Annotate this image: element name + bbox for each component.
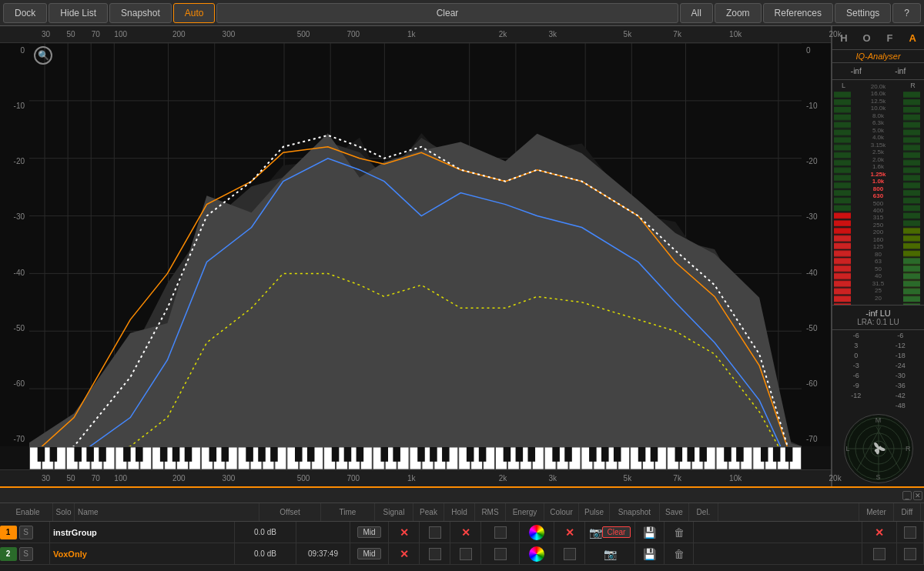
track2-pulse-checkbox[interactable] bbox=[564, 548, 576, 560]
vs-label-l: L bbox=[846, 445, 850, 452]
track1-time bbox=[296, 522, 350, 543]
zoom-icon[interactable]: 🔍 bbox=[34, 46, 52, 65]
track2-time: 09:37:49 bbox=[296, 543, 350, 564]
db-axis-right: 0 -10 -20 -30 -40 -50 -60 -70 bbox=[802, 43, 831, 446]
db-label-r-30: -30 bbox=[803, 212, 829, 221]
col-meter: Meter bbox=[859, 503, 894, 521]
hofa-f[interactable]: F bbox=[881, 29, 898, 46]
track2-meter-checkbox[interactable] bbox=[873, 548, 886, 560]
track1-offset: 0.0 dB bbox=[235, 522, 296, 543]
track2-del-icon[interactable]: 🗑 bbox=[674, 548, 685, 560]
col-enable: Enable bbox=[3, 503, 53, 521]
track1-enable-button[interactable]: 1 bbox=[0, 526, 17, 539]
track2-rms-checkbox[interactable] bbox=[460, 548, 472, 560]
col-pulse: Pulse bbox=[579, 503, 610, 521]
track1-rms: ✕ bbox=[450, 522, 481, 543]
track2-diff-checkbox[interactable] bbox=[904, 548, 916, 560]
track2-hold-checkbox[interactable] bbox=[429, 548, 441, 560]
vectorscope: M S L R bbox=[844, 414, 913, 483]
snapshot-button[interactable]: Snapshot bbox=[109, 3, 172, 23]
track1-enable-area: 1 S bbox=[0, 526, 50, 539]
track1-energy-checkbox[interactable] bbox=[494, 526, 507, 539]
track2-colour bbox=[520, 543, 554, 564]
track2-pulse bbox=[554, 543, 585, 564]
clear-button[interactable]: Clear bbox=[216, 3, 678, 23]
r-meter-scale: R bbox=[902, 82, 922, 303]
db-axis-left: 0 -10 -20 -30 -40 -50 -60 -70 bbox=[0, 43, 29, 446]
track1-clear-button[interactable]: Clear bbox=[602, 526, 631, 538]
db-label-r-50: -50 bbox=[803, 324, 829, 332]
track2-camera-icon[interactable]: 📷 bbox=[604, 548, 617, 560]
track2-save-icon[interactable]: 💾 bbox=[643, 548, 656, 560]
close-tracks-icon[interactable]: ✕ bbox=[913, 491, 922, 500]
freq-axis-top: 30 50 70 100 200 300 500 700 1k 2k 3k 5k… bbox=[0, 26, 831, 43]
col-solo: Solo bbox=[53, 503, 75, 521]
hofa-label: H O F A bbox=[832, 26, 924, 50]
settings-button[interactable]: Settings bbox=[835, 3, 891, 23]
track2-name: VoxOnly bbox=[53, 549, 87, 559]
spectrum-canvas bbox=[29, 43, 802, 446]
col-time: Time bbox=[321, 503, 375, 521]
track1-del-icon[interactable]: 🗑 bbox=[674, 526, 685, 539]
top-navigation: Dock Hide List Snapshot Auto Clear All Z… bbox=[0, 0, 924, 26]
track1-rms-x[interactable]: ✕ bbox=[459, 526, 473, 539]
db-label-r-20: -20 bbox=[803, 157, 829, 165]
vs-label-m: M bbox=[875, 416, 882, 424]
freq-axis-bottom: 30 50 70 100 200 300 500 700 1k 2k 3k 5k… bbox=[0, 469, 831, 486]
auto-button[interactable]: Auto bbox=[173, 3, 216, 23]
track1-peak-x[interactable]: ✕ bbox=[397, 526, 411, 539]
right-panel: H O F A IQ-Analyser -inf -inf L 20.0k16.… bbox=[832, 26, 924, 486]
track1-signal-badge[interactable]: Mid bbox=[357, 526, 380, 538]
col-diff: Diff bbox=[894, 503, 921, 521]
track-row-1: 1 S instrGroup 0.0 dB Mid ✕ ✕ bbox=[0, 522, 924, 543]
track1-colour bbox=[520, 522, 554, 543]
track2-energy-checkbox[interactable] bbox=[494, 548, 507, 560]
all-button[interactable]: All bbox=[680, 3, 713, 23]
loudness-section: -inf LU LRA: 0.1 LU bbox=[832, 305, 924, 329]
track2-enable-area: 2 S bbox=[0, 547, 50, 561]
track2-peak-x[interactable]: ✕ bbox=[397, 547, 411, 561]
track1-meter-x[interactable]: ✕ bbox=[872, 526, 886, 539]
piano-canvas bbox=[29, 447, 802, 469]
minimize-icon[interactable]: _ bbox=[902, 491, 912, 500]
col-name: Name bbox=[75, 503, 259, 521]
hofa-a[interactable]: A bbox=[904, 29, 921, 46]
track2-signal-badge[interactable]: Mid bbox=[357, 548, 380, 559]
help-button[interactable]: ? bbox=[892, 3, 921, 23]
iq-analyser-logo: IQ-Analyser bbox=[832, 50, 924, 63]
spectrum-container: 0 -10 -20 -30 -40 -50 -60 -70 🔍 0 -10 -2… bbox=[0, 43, 831, 446]
zoom-button[interactable]: Zoom bbox=[715, 3, 762, 23]
db-label-r-60: -60 bbox=[803, 379, 829, 388]
track2-signal: Mid bbox=[350, 543, 389, 564]
l-meter-scale: L bbox=[834, 82, 854, 303]
track2-colour-wheel[interactable] bbox=[529, 546, 544, 562]
db-label-70: -70 bbox=[2, 435, 28, 443]
references-button[interactable]: References bbox=[763, 3, 833, 23]
track1-camera-icon[interactable]: 📷 bbox=[589, 526, 602, 539]
track1-hold-checkbox[interactable] bbox=[429, 526, 441, 539]
track2-peak: ✕ bbox=[389, 543, 420, 564]
hofa-o[interactable]: O bbox=[859, 29, 875, 46]
db-label-r-70: -70 bbox=[803, 435, 829, 443]
l-reading: -inf bbox=[851, 66, 862, 76]
track1-save-icon[interactable]: 💾 bbox=[643, 526, 656, 539]
track1-spacer bbox=[694, 522, 862, 543]
col-spacer bbox=[718, 503, 859, 521]
track2-del: 🗑 bbox=[665, 543, 694, 564]
track1-colour-wheel[interactable] bbox=[529, 525, 544, 540]
track2-enable-cell: 2 S bbox=[0, 543, 50, 564]
db-label-40: -40 bbox=[2, 269, 28, 277]
r-meter-canvas bbox=[903, 91, 920, 305]
track1-enable-cell: 1 S bbox=[0, 522, 50, 543]
track1-pulse-x[interactable]: ✕ bbox=[563, 526, 577, 539]
analyzer-panel: 30 50 70 100 200 300 500 700 1k 2k 3k 5k… bbox=[0, 26, 832, 486]
hide-list-button[interactable]: Hide List bbox=[49, 3, 108, 23]
track1-solo-button[interactable]: S bbox=[19, 526, 33, 539]
l-meter-canvas bbox=[834, 91, 851, 305]
track2-enable-button[interactable]: 2 bbox=[0, 547, 17, 561]
track1-diff-checkbox[interactable] bbox=[904, 526, 916, 539]
track2-solo-button[interactable]: S bbox=[19, 547, 33, 561]
track1-peak: ✕ bbox=[389, 522, 420, 543]
dock-button[interactable]: Dock bbox=[3, 3, 47, 23]
vs-canvas bbox=[845, 415, 912, 483]
